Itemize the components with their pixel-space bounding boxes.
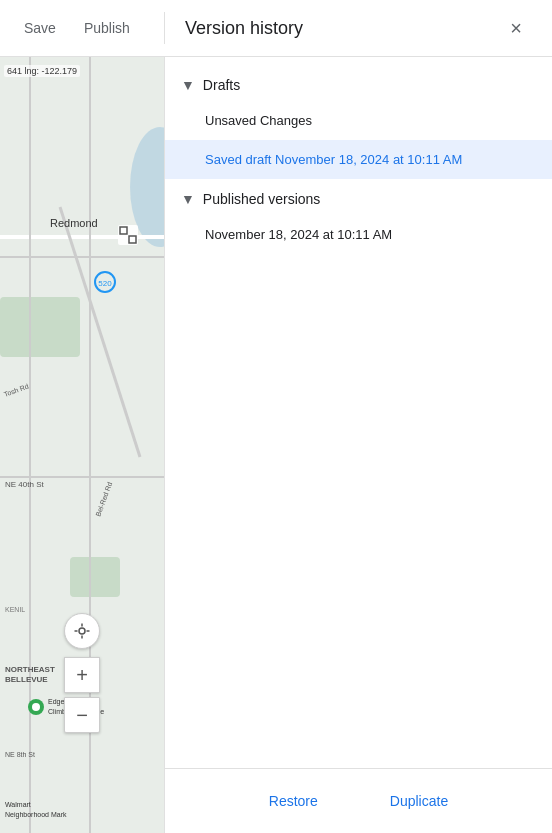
- version-history-header: Version history ×: [164, 12, 552, 44]
- locate-icon: [73, 622, 91, 640]
- published-section-title: Published versions: [203, 191, 321, 207]
- svg-rect-3: [70, 557, 120, 597]
- svg-point-29: [79, 628, 85, 634]
- svg-text:NORTHEAST: NORTHEAST: [5, 665, 55, 674]
- map-area: 520 Redmond NORTHEAST BELLEVUE NE 40th S…: [0, 57, 164, 833]
- version-history-title: Version history: [185, 18, 303, 39]
- close-icon: ×: [510, 17, 522, 40]
- svg-text:BELLEVUE: BELLEVUE: [5, 675, 48, 684]
- version-panel: ▼ Drafts Unsaved Changes Saved draft Nov…: [164, 57, 552, 833]
- drafts-chevron-icon: ▼: [181, 77, 195, 93]
- toolbar: Save Publish Version history ×: [0, 0, 552, 57]
- draft-unsaved-item[interactable]: Unsaved Changes: [165, 101, 552, 140]
- main-content: 520 Redmond NORTHEAST BELLEVUE NE 40th S…: [0, 57, 552, 833]
- version-footer: Restore Duplicate: [165, 768, 552, 833]
- drafts-section-title: Drafts: [203, 77, 240, 93]
- draft-saved-label: Saved draft November 18, 2024 at 10:11 A…: [205, 152, 462, 167]
- map-background: 520 Redmond NORTHEAST BELLEVUE NE 40th S…: [0, 57, 164, 833]
- svg-text:Redmond: Redmond: [50, 217, 98, 229]
- published-label: November 18, 2024 at 10:11 AM: [205, 227, 392, 242]
- svg-rect-26: [118, 225, 138, 245]
- duplicate-button[interactable]: Duplicate: [374, 785, 464, 817]
- svg-text:Walmart: Walmart: [5, 801, 31, 808]
- restore-button[interactable]: Restore: [253, 785, 334, 817]
- svg-rect-2: [0, 297, 80, 357]
- published-section-header[interactable]: ▼ Published versions: [165, 179, 552, 215]
- published-chevron-icon: ▼: [181, 191, 195, 207]
- coord-lng: lng: -122.179: [25, 66, 78, 76]
- zoom-in-button[interactable]: +: [64, 657, 100, 693]
- save-button[interactable]: Save: [12, 12, 68, 44]
- close-button[interactable]: ×: [500, 12, 532, 44]
- zoom-out-button[interactable]: −: [64, 697, 100, 733]
- version-list: ▼ Drafts Unsaved Changes Saved draft Nov…: [165, 57, 552, 768]
- svg-point-21: [32, 703, 40, 711]
- publish-button[interactable]: Publish: [72, 12, 142, 44]
- published-item[interactable]: November 18, 2024 at 10:11 AM: [165, 215, 552, 254]
- map-coords: 641 lng: -122.179: [4, 65, 80, 77]
- svg-text:NE 8th St: NE 8th St: [5, 751, 35, 758]
- locate-button[interactable]: [64, 613, 100, 649]
- coord-lat: 641: [7, 66, 22, 76]
- toolbar-left: Save Publish: [0, 12, 164, 44]
- draft-saved-item[interactable]: Saved draft November 18, 2024 at 10:11 A…: [165, 140, 552, 179]
- zoom-controls: + −: [64, 613, 100, 733]
- drafts-section-header[interactable]: ▼ Drafts: [165, 65, 552, 101]
- svg-text:NE 40th St: NE 40th St: [5, 480, 44, 489]
- svg-text:KENIL: KENIL: [5, 606, 25, 613]
- draft-unsaved-label: Unsaved Changes: [205, 113, 312, 128]
- svg-text:Neighborhood Mark: Neighborhood Mark: [5, 811, 67, 819]
- svg-text:520: 520: [98, 279, 112, 288]
